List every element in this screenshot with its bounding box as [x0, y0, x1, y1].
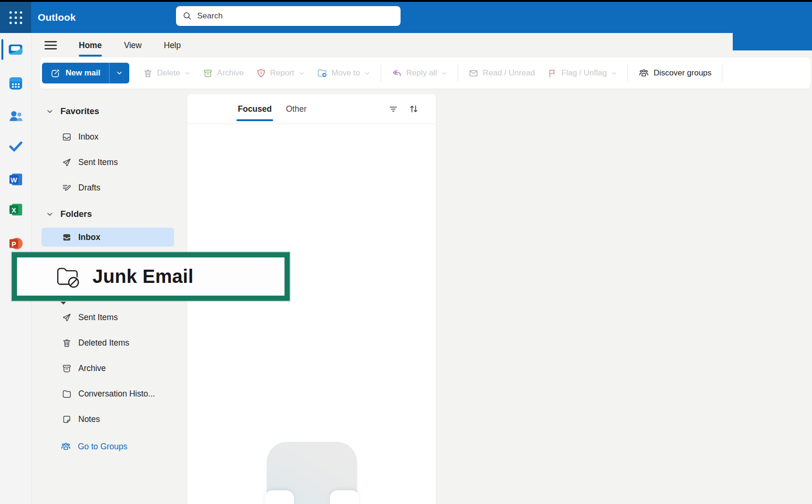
- topbar-right-fragment: [733, 33, 812, 50]
- empty-tray-right: [330, 490, 359, 504]
- tab-help[interactable]: Help: [163, 40, 181, 51]
- move-to-button[interactable]: Move to: [311, 63, 377, 83]
- folder-item-label: Archive: [78, 364, 106, 373]
- folder-item-notes[interactable]: Notes: [31, 410, 187, 429]
- new-mail-button[interactable]: New mail: [42, 63, 109, 83]
- tab-other[interactable]: Other: [285, 94, 308, 124]
- report-button[interactable]: Report: [250, 63, 311, 83]
- svg-text:W: W: [10, 176, 17, 183]
- folder-item-conversation-history[interactable]: Conversation Histo...: [31, 384, 187, 403]
- archive-button[interactable]: Archive: [197, 63, 250, 83]
- send-icon: [62, 313, 72, 322]
- junk-email-annotation[interactable]: Junk Email: [12, 252, 290, 301]
- delete-button[interactable]: Delete: [137, 63, 197, 83]
- discover-groups-button[interactable]: Discover groups: [632, 63, 718, 83]
- flag-icon: [547, 68, 557, 78]
- folder-item-label: Inbox: [78, 132, 99, 142]
- svg-text:P: P: [11, 240, 16, 248]
- move-to-label: Move to: [332, 68, 360, 78]
- outlook-window: Outlook Search: [0, 0, 812, 504]
- svg-text:X: X: [11, 206, 16, 214]
- rail-item-people[interactable]: [0, 107, 31, 125]
- send-icon: [62, 157, 72, 167]
- note-icon: [62, 414, 72, 424]
- flag-unflag-button[interactable]: Flag / Unflag: [541, 63, 623, 83]
- word-icon: W: [8, 172, 24, 187]
- people-icon: [8, 108, 24, 124]
- rail-item-powerpoint[interactable]: P: [0, 234, 31, 253]
- folder-item-sent[interactable]: Sent Items: [31, 308, 187, 327]
- reply-all-label: Reply all: [406, 68, 437, 78]
- compose-icon: [50, 68, 60, 78]
- archive-icon: [62, 364, 72, 373]
- chevron-down-icon: [299, 70, 305, 76]
- move-to-folder-icon: [317, 68, 327, 78]
- archive-icon: [203, 68, 213, 78]
- favorites-header[interactable]: Favorites: [31, 102, 187, 121]
- report-shield-icon: [256, 68, 266, 78]
- tab-focused[interactable]: Focused: [236, 94, 273, 124]
- window-top-edge: [0, 0, 812, 2]
- favorite-item-inbox[interactable]: Inbox: [31, 127, 187, 146]
- folders-header[interactable]: Folders: [31, 205, 187, 223]
- waffle-icon: [9, 11, 22, 24]
- folder-item-label: Inbox: [78, 232, 100, 242]
- favorite-item-sent[interactable]: Sent Items: [31, 153, 187, 172]
- toolbar-separator: [628, 65, 628, 82]
- chevron-down-icon: [364, 70, 370, 76]
- folder-item-label: Notes: [78, 414, 100, 424]
- filter-icon[interactable]: [388, 104, 398, 114]
- delete-label: Delete: [157, 68, 180, 78]
- favorite-item-drafts[interactable]: Drafts: [31, 178, 187, 197]
- chevron-down-icon: [46, 211, 53, 218]
- toolbar-separator: [722, 65, 722, 82]
- reply-all-button[interactable]: Reply all: [385, 63, 453, 83]
- chevron-down-icon: [184, 70, 191, 76]
- report-label: Report: [270, 68, 294, 78]
- command-toolbar: New mail Delete Archive R: [40, 58, 811, 89]
- topbar: Outlook Search: [0, 2, 812, 33]
- inbox-icon: [62, 132, 72, 142]
- groups-icon: [60, 441, 71, 452]
- folder-item-label: Deleted Items: [78, 338, 129, 348]
- rail-item-mail[interactable]: [0, 40, 31, 59]
- drafts-icon: [62, 183, 72, 193]
- chevron-down-icon: [441, 70, 447, 76]
- ribbon-tabs: Home View Help: [78, 40, 181, 51]
- discover-groups-label: Discover groups: [653, 68, 712, 78]
- new-mail-split-button[interactable]: New mail: [42, 63, 129, 83]
- hamburger-menu-button[interactable]: [44, 41, 57, 50]
- app-launcher-button[interactable]: [0, 2, 31, 33]
- go-to-groups-link[interactable]: Go to Groups: [31, 437, 187, 456]
- folder-item-archive[interactable]: Archive: [31, 359, 187, 378]
- groups-icon: [638, 68, 649, 79]
- message-list-tabs: Focused Other: [187, 94, 436, 124]
- favorites-header-label: Favorites: [60, 106, 99, 116]
- search-input[interactable]: Search: [176, 6, 401, 26]
- folder-item-deleted[interactable]: Deleted Items: [31, 333, 187, 352]
- read-unread-label: Read / Unread: [483, 68, 535, 78]
- rail-item-todo[interactable]: [0, 136, 31, 155]
- search-placeholder: Search: [197, 11, 223, 21]
- toolbar-separator: [381, 65, 381, 82]
- flag-unflag-label: Flag / Unflag: [561, 68, 607, 78]
- tab-home[interactable]: Home: [78, 40, 102, 51]
- archive-label: Archive: [217, 68, 244, 78]
- empty-tray-left: [265, 490, 294, 504]
- rail-item-excel[interactable]: X: [0, 200, 31, 219]
- rail-item-calendar[interactable]: [0, 74, 31, 92]
- rail-item-word[interactable]: W: [0, 170, 31, 189]
- folder-item-label: Sent Items: [78, 157, 118, 167]
- folder-item-inbox-selected[interactable]: Inbox: [42, 228, 174, 247]
- sort-icon[interactable]: [409, 104, 419, 114]
- app-title: Outlook: [38, 12, 76, 23]
- hamburger-icon: [44, 41, 57, 50]
- folder-item-label: Sent Items: [78, 313, 118, 322]
- toolbar-separator: [458, 65, 458, 82]
- new-mail-dropdown[interactable]: [109, 63, 129, 83]
- folders-header-label: Folders: [60, 209, 92, 219]
- envelope-icon: [469, 68, 478, 78]
- folder-icon: [62, 389, 72, 399]
- read-unread-button[interactable]: Read / Unread: [462, 63, 541, 83]
- tab-view[interactable]: View: [124, 40, 142, 51]
